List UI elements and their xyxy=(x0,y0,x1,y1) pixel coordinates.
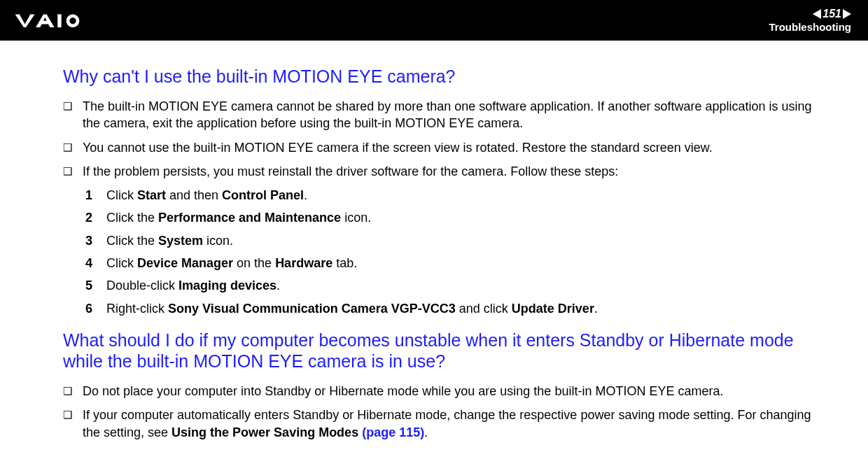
page-link[interactable]: (page 115) xyxy=(362,425,424,439)
step-item: 4 Click Device Manager on the Hardware t… xyxy=(85,255,829,271)
bullet-list-1: ❑ The built-in MOTION EYE camera cannot … xyxy=(63,98,829,180)
step-text: Double-click Imaging devices. xyxy=(106,277,829,294)
svg-rect-0 xyxy=(57,14,61,27)
prev-page-icon[interactable] xyxy=(813,9,821,19)
step-number: 2 xyxy=(85,209,106,226)
vaio-logo xyxy=(14,12,112,29)
step-text: Click Start and then Control Panel. xyxy=(106,187,829,204)
step-item: 2 Click the Performance and Maintenance … xyxy=(85,209,829,226)
numbered-steps: 1 Click Start and then Control Panel. 2 … xyxy=(85,187,829,317)
bullet-icon: ❑ xyxy=(63,383,83,398)
list-item: ❑ If the problem persists, you must rein… xyxy=(63,163,829,180)
step-number: 1 xyxy=(85,187,106,204)
step-item: 5 Double-click Imaging devices. xyxy=(85,277,829,294)
header-bar: 151 Troubleshooting xyxy=(0,0,868,41)
bullet-text: If the problem persists, you must reinst… xyxy=(83,163,829,180)
step-text: Right-click Sony Visual Communication Ca… xyxy=(106,300,829,317)
step-number: 3 xyxy=(85,232,106,249)
bullet-icon: ❑ xyxy=(63,163,83,178)
bullet-list-2: ❑ Do not place your computer into Standb… xyxy=(63,383,829,441)
step-number: 6 xyxy=(85,300,106,317)
step-number: 4 xyxy=(85,255,106,271)
bullet-text: The built-in MOTION EYE camera cannot be… xyxy=(83,98,829,132)
bullet-icon: ❑ xyxy=(63,98,83,113)
header-right: 151 Troubleshooting xyxy=(769,8,852,33)
step-item: 6 Right-click Sony Visual Communication … xyxy=(85,300,829,317)
page-content: Why can't I use the built-in MOTION EYE … xyxy=(0,41,868,459)
page-navigation: 151 xyxy=(769,8,852,20)
bullet-icon: ❑ xyxy=(63,407,83,422)
step-item: 3 Click the System icon. xyxy=(85,232,829,249)
step-number: 5 xyxy=(85,277,106,294)
heading-2: What should I do if my computer becomes … xyxy=(63,330,829,372)
list-item: ❑ The built-in MOTION EYE camera cannot … xyxy=(63,98,829,132)
bullet-icon: ❑ xyxy=(63,139,83,155)
list-item: ❑ Do not place your computer into Standb… xyxy=(63,383,829,400)
step-text: Click the System icon. xyxy=(106,232,829,249)
bullet-text: You cannot use the built-in MOTION EYE c… xyxy=(83,139,829,156)
next-page-icon[interactable] xyxy=(843,9,851,19)
list-item: ❑ You cannot use the built-in MOTION EYE… xyxy=(63,139,829,156)
step-text: Click the Performance and Maintenance ic… xyxy=(106,209,829,226)
step-text: Click Device Manager on the Hardware tab… xyxy=(106,255,829,271)
section-label: Troubleshooting xyxy=(769,22,852,34)
page-number: 151 xyxy=(822,8,841,20)
step-item: 1 Click Start and then Control Panel. xyxy=(85,187,829,204)
list-item: ❑ If your computer automatically enters … xyxy=(63,407,829,441)
heading-1: Why can't I use the built-in MOTION EYE … xyxy=(63,66,829,87)
bullet-text: If your computer automatically enters St… xyxy=(83,407,829,441)
bullet-text: Do not place your computer into Standby … xyxy=(83,383,829,400)
